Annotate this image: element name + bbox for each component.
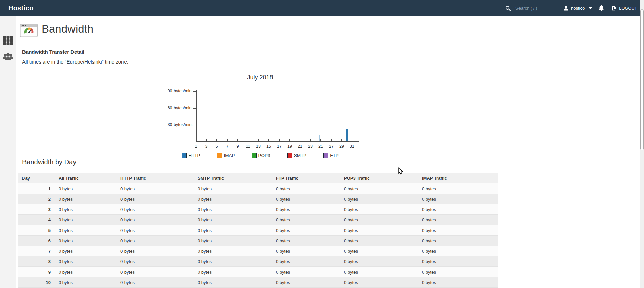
y-tick	[193, 108, 196, 109]
day-cell: 7	[18, 246, 55, 256]
legend-label: HTTP	[188, 153, 200, 158]
notifications-button[interactable]	[593, 0, 609, 16]
x-tick	[248, 139, 248, 141]
table-row-day-6: 60 bytes0 bytes0 bytes0 bytes0 bytes0 by…	[18, 236, 498, 246]
traffic-cell: 0 bytes	[194, 225, 272, 236]
legend-label: POP3	[258, 153, 270, 158]
traffic-cell: 0 bytes	[340, 204, 418, 215]
x-tick	[331, 139, 332, 141]
bandwidth-chart: July 2018 90 bytes/min.60 bytes/min.30 b…	[128, 71, 393, 161]
x-tick-label: 31	[347, 144, 357, 149]
search-box[interactable]: Search ( / )	[499, 0, 558, 16]
traffic-cell: 0 bytes	[418, 246, 498, 256]
x-tick	[227, 139, 228, 141]
traffic-cell: 0 bytes	[340, 256, 418, 267]
traffic-cell: 0 bytes	[116, 256, 194, 267]
y-axis-line	[196, 90, 197, 142]
day-cell: 10	[18, 277, 55, 288]
traffic-cell: 0 bytes	[116, 225, 194, 236]
top-navbar: Hostico Search ( / ) hostico	[0, 0, 640, 16]
table-row-day-2: 20 bytes0 bytes0 bytes0 bytes0 bytes0 by…	[18, 194, 498, 204]
legend-item-http: HTTP	[182, 153, 200, 158]
chevron-down-icon	[589, 7, 592, 9]
traffic-cell: 0 bytes	[272, 204, 340, 215]
traffic-cell: 0 bytes	[55, 236, 116, 246]
chart-legend: HTTPIMAPPOP3SMTPFTP	[128, 153, 393, 158]
x-tick	[237, 139, 238, 141]
logout-button[interactable]: LOGOUT	[609, 0, 640, 16]
day-cell: 5	[18, 225, 55, 236]
traffic-cell: 0 bytes	[116, 215, 194, 225]
x-tick-label: 5	[212, 144, 222, 149]
traffic-cell: 0 bytes	[194, 236, 272, 246]
day-cell: 6	[18, 236, 55, 246]
table-heading: Bandwidth by Day	[22, 158, 498, 168]
bandwidth-icon	[20, 24, 38, 38]
y-tick-label: 90 bytes/min.	[128, 89, 193, 93]
x-tick	[196, 139, 196, 141]
traffic-cell: 0 bytes	[55, 246, 116, 256]
legend-item-ftp: FTP	[323, 153, 339, 158]
x-tick	[300, 139, 300, 141]
screen: Hostico Search ( / ) hostico	[0, 0, 644, 288]
traffic-cell: 0 bytes	[418, 256, 498, 267]
grid-icon	[3, 36, 13, 45]
search-placeholder: Search ( / )	[515, 6, 537, 11]
x-tick-label: 19	[285, 144, 295, 149]
traffic-cell: 0 bytes	[55, 215, 116, 225]
username-label: hostico	[571, 6, 585, 11]
users-icon	[2, 52, 14, 62]
traffic-cell: 0 bytes	[55, 267, 116, 277]
traffic-cell: 0 bytes	[272, 194, 340, 204]
x-tick	[320, 139, 321, 141]
table-row-day-4: 40 bytes0 bytes0 bytes0 bytes0 bytes0 by…	[18, 215, 498, 225]
sidebar-item-users[interactable]	[0, 52, 16, 62]
table-row-day-7: 70 bytes0 bytes0 bytes0 bytes0 bytes0 by…	[18, 246, 498, 256]
legend-item-imap: IMAP	[217, 153, 235, 158]
traffic-cell: 0 bytes	[418, 236, 498, 246]
legend-swatch-smtp	[287, 153, 292, 158]
col-header-all-traffic: All Traffic	[55, 173, 116, 183]
legend-swatch-http	[182, 153, 187, 158]
legend-label: FTP	[330, 153, 339, 158]
traffic-cell: 0 bytes	[340, 246, 418, 256]
table-row-day-3: 30 bytes0 bytes0 bytes0 bytes0 bytes0 by…	[18, 204, 498, 215]
scrollbar[interactable]	[640, 0, 644, 288]
traffic-cell: 0 bytes	[194, 194, 272, 204]
traffic-cell: 0 bytes	[194, 267, 272, 277]
y-tick	[193, 125, 196, 125]
table-row-day-10: 100 bytes0 bytes0 bytes0 bytes0 bytes0 b…	[18, 277, 498, 288]
col-header-day: Day	[18, 173, 55, 183]
user-menu[interactable]: hostico	[558, 0, 593, 16]
brand-logo[interactable]: Hostico	[8, 0, 34, 16]
x-tick	[216, 139, 217, 141]
x-tick-label: 3	[201, 144, 211, 149]
traffic-cell: 0 bytes	[55, 183, 116, 194]
day-cell: 1	[18, 183, 55, 194]
bell-icon	[598, 5, 604, 11]
x-tick	[352, 139, 352, 141]
day-cell: 4	[18, 215, 55, 225]
logout-icon	[612, 6, 617, 11]
sidebar-item-applications[interactable]	[0, 36, 16, 45]
table-row-day-8: 80 bytes0 bytes0 bytes0 bytes0 bytes0 by…	[18, 256, 498, 267]
traffic-cell: 0 bytes	[272, 267, 340, 277]
traffic-cell: 0 bytes	[340, 277, 418, 288]
legend-item-smtp: SMTP	[287, 153, 307, 158]
x-tick-label: 13	[253, 144, 263, 149]
col-header-smtp-traffic: SMTP Traffic	[194, 173, 272, 183]
y-tick-label: 60 bytes/min.	[128, 106, 193, 110]
traffic-cell: 0 bytes	[194, 246, 272, 256]
traffic-cell: 0 bytes	[116, 246, 194, 256]
x-tick-label: 27	[326, 144, 336, 149]
x-tick-label: 7	[222, 144, 232, 149]
col-header-pop3-traffic: POP3 Traffic	[340, 173, 418, 183]
traffic-cell: 0 bytes	[194, 204, 272, 215]
scrollbar-thumb[interactable]	[640, 9, 644, 150]
traffic-cell: 0 bytes	[418, 183, 498, 194]
traffic-cell: 0 bytes	[340, 225, 418, 236]
y-tick-label: 30 bytes/min.	[128, 122, 193, 127]
timezone-note: All times are in the “Europe/Helsinki” t…	[22, 59, 128, 65]
x-tick	[310, 139, 311, 141]
traffic-cell: 0 bytes	[55, 204, 116, 215]
